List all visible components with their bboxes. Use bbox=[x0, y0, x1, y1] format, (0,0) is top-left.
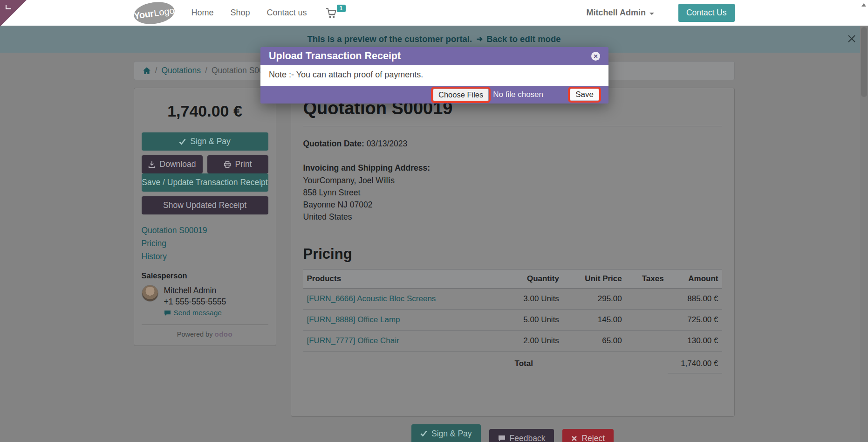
upload-receipt-modal: Upload Transaction Receipt ✕ Note :- You… bbox=[260, 47, 608, 104]
sign-pay-button[interactable]: Sign & Pay bbox=[142, 132, 268, 151]
nav-item-contact-us[interactable]: Contact us bbox=[267, 8, 307, 18]
print-icon bbox=[224, 161, 231, 168]
quotation-document: Quotation S00019 Quotation Date: 03/13/2… bbox=[291, 88, 735, 417]
edit-corner-ribbon[interactable] bbox=[0, 0, 27, 27]
cart-icon bbox=[326, 7, 338, 19]
feedback-button[interactable]: Feedback bbox=[489, 429, 554, 442]
back-to-edit-label: Back to edit mode bbox=[486, 34, 560, 44]
modal-footer: Choose Files No file chosen Save bbox=[260, 86, 608, 104]
site-logo[interactable]: Your Logo bbox=[132, 0, 176, 26]
column-header-quantity: Quantity bbox=[487, 269, 563, 288]
table-row: [FURN_6666] Acoustic Bloc Screens 3.00 U… bbox=[303, 288, 722, 309]
modal-note: Note :- You can attach proof of payments… bbox=[269, 70, 423, 79]
sidebar-link-pricing[interactable]: Pricing bbox=[142, 237, 268, 250]
reject-label: Reject bbox=[581, 434, 605, 442]
cart-count-badge: 1 bbox=[337, 5, 346, 12]
banner-close-icon[interactable] bbox=[847, 34, 857, 44]
breadcrumb-separator: / bbox=[155, 66, 157, 76]
divider bbox=[303, 126, 722, 126]
preview-banner-message: This is a preview of the customer portal… bbox=[308, 34, 472, 44]
amount-cell: 725.00 € bbox=[668, 309, 722, 330]
sign-pay-bottom-button[interactable]: Sign & Pay bbox=[411, 424, 481, 442]
modal-save-button[interactable]: Save bbox=[570, 89, 599, 101]
sidebar-nav-links: Quotation S00019 Pricing History bbox=[142, 224, 268, 263]
modal-body: Note :- You can attach proof of payments… bbox=[260, 65, 608, 86]
table-row: [FURN_7777] Office Chair 2.00 Units 65.0… bbox=[303, 330, 722, 351]
chevron-down-icon bbox=[649, 13, 654, 15]
download-button[interactable]: Download bbox=[142, 155, 203, 173]
document-actions: Sign & Pay Feedback Reject bbox=[291, 424, 735, 442]
sidebar-link-history[interactable]: History bbox=[142, 250, 268, 263]
check-icon bbox=[420, 430, 427, 437]
feedback-label: Feedback bbox=[510, 434, 546, 442]
home-icon[interactable] bbox=[143, 67, 151, 75]
scroll-up-arrow-icon[interactable] bbox=[861, 3, 866, 7]
sign-pay-label: Sign & Pay bbox=[190, 137, 231, 146]
salesperson-name: Mitchell Admin bbox=[164, 285, 226, 296]
main-menu: Home Shop Contact us bbox=[191, 8, 307, 18]
powered-by: Powered by odoo bbox=[142, 325, 268, 338]
chat-icon bbox=[498, 435, 506, 442]
quantity-cell: 5.00 Units bbox=[487, 309, 563, 330]
vertical-scrollbar bbox=[860, 0, 868, 442]
salesperson-section: Salesperson Mitchell Admin +1 555-555-55… bbox=[142, 269, 268, 317]
quotation-date-value: 03/13/2023 bbox=[367, 139, 408, 148]
address-line: Bayonne NJ 07002 bbox=[303, 199, 722, 211]
contact-us-button[interactable]: Contact Us bbox=[678, 4, 735, 22]
user-name: Mitchell Admin bbox=[587, 8, 646, 18]
quantity-cell: 3.00 Units bbox=[487, 288, 563, 309]
save-update-receipt-button[interactable]: Save / Update Transaction Receipt bbox=[142, 173, 268, 192]
unit-price-cell: 65.00 bbox=[563, 330, 626, 351]
scrollbar-thumb[interactable] bbox=[861, 27, 867, 97]
nav-item-home[interactable]: Home bbox=[191, 8, 214, 18]
salesperson-avatar bbox=[142, 285, 158, 302]
taxes-cell bbox=[626, 309, 668, 330]
user-menu[interactable]: Mitchell Admin bbox=[587, 8, 654, 18]
product-link[interactable]: [FURN_7777] Office Chair bbox=[307, 336, 399, 345]
address-line: United States bbox=[303, 211, 722, 223]
total-amount: 1,740.00 € bbox=[668, 351, 722, 373]
send-message-link[interactable]: Send message bbox=[164, 309, 226, 317]
print-button[interactable]: Print bbox=[207, 155, 268, 173]
powered-by-label: Powered by bbox=[177, 331, 213, 338]
column-header-products: Products bbox=[303, 269, 488, 288]
sign-pay-bottom-label: Sign & Pay bbox=[431, 429, 472, 439]
product-link[interactable]: [FURN_8888] Office Lamp bbox=[307, 315, 400, 324]
back-to-edit-link[interactable]: Back to edit mode bbox=[476, 34, 560, 44]
sidebar-link-quotation[interactable]: Quotation S00019 bbox=[142, 224, 268, 237]
breadcrumb-quotations[interactable]: Quotations bbox=[161, 66, 201, 76]
file-status-text: No file chosen bbox=[493, 90, 543, 99]
amount-cell: 885.00 € bbox=[668, 288, 722, 309]
top-navbar: Your Logo Home Shop Contact us 1 Mitchel… bbox=[0, 0, 868, 26]
modal-close-icon[interactable]: ✕ bbox=[591, 52, 600, 61]
unit-price-cell: 145.00 bbox=[563, 309, 626, 330]
quotation-sidebar: 1,740.00 € Sign & Pay bbox=[134, 88, 276, 346]
address-label: Invoicing and Shipping Address: bbox=[303, 162, 722, 174]
quantity-cell: 2.00 Units bbox=[487, 330, 563, 351]
cart-button[interactable]: 1 bbox=[326, 7, 346, 19]
quotation-date-label: Quotation Date: bbox=[303, 139, 364, 148]
portal-page: / Quotations / Quotation S00019 1,740.00… bbox=[0, 53, 868, 442]
salesperson-label: Salesperson bbox=[142, 271, 268, 280]
modal-title: Upload Transaction Receipt bbox=[269, 50, 401, 62]
total-row: Total 1,740.00 € bbox=[303, 351, 722, 373]
download-label: Download bbox=[160, 159, 196, 169]
taxes-cell bbox=[626, 330, 668, 351]
breadcrumb-separator: / bbox=[205, 66, 207, 76]
show-updated-receipt-button[interactable]: Show Updated Receipt bbox=[142, 196, 268, 214]
logo-text-light: Logo bbox=[153, 5, 175, 18]
edit-corner-icon bbox=[6, 5, 11, 9]
product-link[interactable]: [FURN_6666] Acoustic Bloc Screens bbox=[307, 294, 436, 303]
x-icon bbox=[571, 435, 577, 442]
choose-files-button[interactable]: Choose Files bbox=[433, 89, 489, 101]
pricing-section-title: Pricing bbox=[303, 246, 722, 262]
reject-button[interactable]: Reject bbox=[562, 429, 614, 442]
pricing-table: Products Quantity Unit Price Taxes Amoun… bbox=[303, 269, 722, 373]
nav-item-shop[interactable]: Shop bbox=[231, 8, 250, 18]
amount-cell: 130.00 € bbox=[668, 330, 722, 351]
total-label: Total bbox=[487, 351, 563, 373]
address-line: 858 Lynn Street bbox=[303, 186, 722, 199]
check-icon bbox=[179, 138, 186, 145]
column-header-amount: Amount bbox=[668, 269, 722, 288]
chat-icon bbox=[164, 310, 171, 316]
